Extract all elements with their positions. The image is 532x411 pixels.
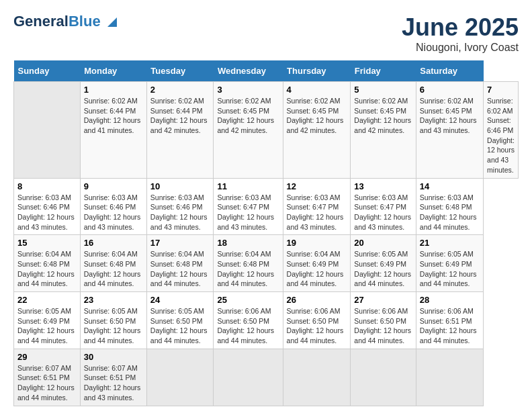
col-monday: Monday bbox=[80, 60, 146, 82]
day-number: 15 bbox=[17, 238, 77, 248]
day-info: Sunrise: 6:05 AMSunset: 6:49 PMDaylight:… bbox=[420, 249, 480, 289]
table-row: 5Sunrise: 6:02 AMSunset: 6:45 PMDaylight… bbox=[351, 82, 416, 179]
day-info: Sunrise: 6:03 AMSunset: 6:47 PMDaylight:… bbox=[287, 193, 347, 232]
day-number: 10 bbox=[150, 181, 210, 191]
day-info: Sunrise: 6:04 AMSunset: 6:48 PMDaylight:… bbox=[84, 249, 143, 289]
day-info: Sunrise: 6:03 AMSunset: 6:47 PMDaylight:… bbox=[217, 193, 279, 232]
calendar-title: June 2025 bbox=[402, 13, 519, 42]
calendar-header-row: Sunday Monday Tuesday Wednesday Thursday… bbox=[14, 60, 519, 82]
table-row: 30Sunrise: 6:07 AMSunset: 6:51 PMDayligh… bbox=[80, 349, 146, 406]
table-row: 23Sunrise: 6:05 AMSunset: 6:50 PMDayligh… bbox=[80, 292, 146, 349]
table-row: 21Sunrise: 6:05 AMSunset: 6:49 PMDayligh… bbox=[416, 235, 483, 292]
table-row bbox=[214, 349, 283, 406]
day-number: 23 bbox=[84, 295, 143, 305]
day-info: Sunrise: 6:02 AMSunset: 6:45 PMDaylight:… bbox=[420, 96, 480, 136]
day-number: 11 bbox=[217, 181, 279, 191]
table-row: 13Sunrise: 6:03 AMSunset: 6:47 PMDayligh… bbox=[351, 178, 416, 235]
empty-cell bbox=[14, 82, 81, 179]
calendar-week-row: 8Sunrise: 6:03 AMSunset: 6:46 PMDaylight… bbox=[14, 178, 519, 235]
day-info: Sunrise: 6:05 AMSunset: 6:50 PMDaylight:… bbox=[150, 306, 210, 346]
day-info: Sunrise: 6:05 AMSunset: 6:50 PMDaylight:… bbox=[84, 306, 143, 346]
day-number: 3 bbox=[217, 85, 279, 95]
table-row: 20Sunrise: 6:05 AMSunset: 6:49 PMDayligh… bbox=[351, 235, 416, 292]
table-row: 27Sunrise: 6:06 AMSunset: 6:50 PMDayligh… bbox=[351, 292, 416, 349]
day-number: 26 bbox=[287, 295, 347, 305]
table-row: 17Sunrise: 6:04 AMSunset: 6:48 PMDayligh… bbox=[146, 235, 214, 292]
logo: GeneralBlue bbox=[13, 13, 118, 30]
day-number: 13 bbox=[354, 181, 412, 191]
day-info: Sunrise: 6:06 AMSunset: 6:50 PMDaylight:… bbox=[354, 306, 412, 346]
table-row: 29Sunrise: 6:07 AMSunset: 6:51 PMDayligh… bbox=[14, 349, 81, 406]
day-number: 12 bbox=[287, 181, 347, 191]
day-number: 18 bbox=[217, 238, 279, 248]
day-number: 21 bbox=[420, 238, 480, 248]
calendar-week-row: 29Sunrise: 6:07 AMSunset: 6:51 PMDayligh… bbox=[14, 349, 519, 406]
table-row: 16Sunrise: 6:04 AMSunset: 6:48 PMDayligh… bbox=[80, 235, 146, 292]
day-number: 2 bbox=[150, 85, 210, 95]
day-number: 4 bbox=[287, 85, 347, 95]
day-number: 20 bbox=[354, 238, 412, 248]
day-number: 6 bbox=[420, 85, 480, 95]
table-row: 7Sunrise: 6:02 AMSunset: 6:46 PMDaylight… bbox=[484, 82, 519, 179]
day-info: Sunrise: 6:06 AMSunset: 6:50 PMDaylight:… bbox=[217, 306, 279, 346]
day-info: Sunrise: 6:04 AMSunset: 6:48 PMDaylight:… bbox=[17, 249, 77, 289]
day-number: 22 bbox=[17, 295, 77, 305]
table-row: 4Sunrise: 6:02 AMSunset: 6:45 PMDaylight… bbox=[283, 82, 351, 179]
day-number: 24 bbox=[150, 295, 210, 305]
col-tuesday: Tuesday bbox=[146, 60, 214, 82]
day-info: Sunrise: 6:03 AMSunset: 6:48 PMDaylight:… bbox=[420, 193, 480, 232]
day-info: Sunrise: 6:07 AMSunset: 6:51 PMDaylight:… bbox=[84, 363, 143, 403]
day-info: Sunrise: 6:03 AMSunset: 6:46 PMDaylight:… bbox=[84, 193, 143, 232]
table-row: 24Sunrise: 6:05 AMSunset: 6:50 PMDayligh… bbox=[146, 292, 214, 349]
table-row: 28Sunrise: 6:06 AMSunset: 6:51 PMDayligh… bbox=[416, 292, 483, 349]
day-info: Sunrise: 6:05 AMSunset: 6:49 PMDaylight:… bbox=[354, 249, 412, 289]
calendar-week-row: 1Sunrise: 6:02 AMSunset: 6:44 PMDaylight… bbox=[14, 82, 519, 179]
day-number: 27 bbox=[354, 295, 412, 305]
logo-icon bbox=[106, 16, 118, 28]
day-number: 9 bbox=[84, 181, 143, 191]
day-number: 16 bbox=[84, 238, 143, 248]
day-number: 17 bbox=[150, 238, 210, 248]
table-row: 8Sunrise: 6:03 AMSunset: 6:46 PMDaylight… bbox=[14, 178, 81, 235]
day-info: Sunrise: 6:02 AMSunset: 6:45 PMDaylight:… bbox=[217, 96, 279, 136]
day-info: Sunrise: 6:04 AMSunset: 6:49 PMDaylight:… bbox=[287, 249, 347, 289]
day-info: Sunrise: 6:06 AMSunset: 6:51 PMDaylight:… bbox=[420, 306, 480, 346]
table-row bbox=[146, 349, 214, 406]
logo-text: GeneralBlue bbox=[13, 13, 118, 30]
day-info: Sunrise: 6:03 AMSunset: 6:46 PMDaylight:… bbox=[150, 193, 210, 232]
table-row: 25Sunrise: 6:06 AMSunset: 6:50 PMDayligh… bbox=[214, 292, 283, 349]
table-row: 2Sunrise: 6:02 AMSunset: 6:44 PMDaylight… bbox=[146, 82, 214, 179]
day-number: 28 bbox=[420, 295, 480, 305]
table-row: 22Sunrise: 6:05 AMSunset: 6:49 PMDayligh… bbox=[14, 292, 81, 349]
col-wednesday: Wednesday bbox=[214, 60, 283, 82]
calendar-week-row: 15Sunrise: 6:04 AMSunset: 6:48 PMDayligh… bbox=[14, 235, 519, 292]
table-row: 1Sunrise: 6:02 AMSunset: 6:44 PMDaylight… bbox=[80, 82, 146, 179]
day-number: 1 bbox=[84, 85, 143, 95]
table-row: 18Sunrise: 6:04 AMSunset: 6:48 PMDayligh… bbox=[214, 235, 283, 292]
day-number: 8 bbox=[17, 181, 77, 191]
table-row: 14Sunrise: 6:03 AMSunset: 6:48 PMDayligh… bbox=[416, 178, 483, 235]
table-row: 10Sunrise: 6:03 AMSunset: 6:46 PMDayligh… bbox=[146, 178, 214, 235]
table-row: 11Sunrise: 6:03 AMSunset: 6:47 PMDayligh… bbox=[214, 178, 283, 235]
table-row: 3Sunrise: 6:02 AMSunset: 6:45 PMDaylight… bbox=[214, 82, 283, 179]
day-number: 30 bbox=[84, 352, 143, 362]
calendar-table: Sunday Monday Tuesday Wednesday Thursday… bbox=[13, 60, 519, 406]
table-row: 15Sunrise: 6:04 AMSunset: 6:48 PMDayligh… bbox=[14, 235, 81, 292]
day-info: Sunrise: 6:03 AMSunset: 6:47 PMDaylight:… bbox=[354, 193, 412, 232]
day-info: Sunrise: 6:03 AMSunset: 6:46 PMDaylight:… bbox=[17, 193, 77, 232]
day-number: 25 bbox=[217, 295, 279, 305]
table-row: 12Sunrise: 6:03 AMSunset: 6:47 PMDayligh… bbox=[283, 178, 351, 235]
day-info: Sunrise: 6:02 AMSunset: 6:44 PMDaylight:… bbox=[150, 96, 210, 136]
table-row bbox=[283, 349, 351, 406]
day-number: 29 bbox=[17, 352, 77, 362]
day-info: Sunrise: 6:02 AMSunset: 6:45 PMDaylight:… bbox=[354, 96, 412, 136]
day-info: Sunrise: 6:02 AMSunset: 6:45 PMDaylight:… bbox=[287, 96, 347, 136]
calendar-subtitle: Niougoni, Ivory Coast bbox=[402, 42, 519, 54]
page-header: GeneralBlue June 2025 Niougoni, Ivory Co… bbox=[13, 13, 519, 54]
col-sunday: Sunday bbox=[14, 60, 81, 82]
day-number: 5 bbox=[354, 85, 412, 95]
day-info: Sunrise: 6:04 AMSunset: 6:48 PMDaylight:… bbox=[217, 249, 279, 289]
day-info: Sunrise: 6:04 AMSunset: 6:48 PMDaylight:… bbox=[150, 249, 210, 289]
day-info: Sunrise: 6:05 AMSunset: 6:49 PMDaylight:… bbox=[17, 306, 77, 346]
table-row bbox=[416, 349, 483, 406]
